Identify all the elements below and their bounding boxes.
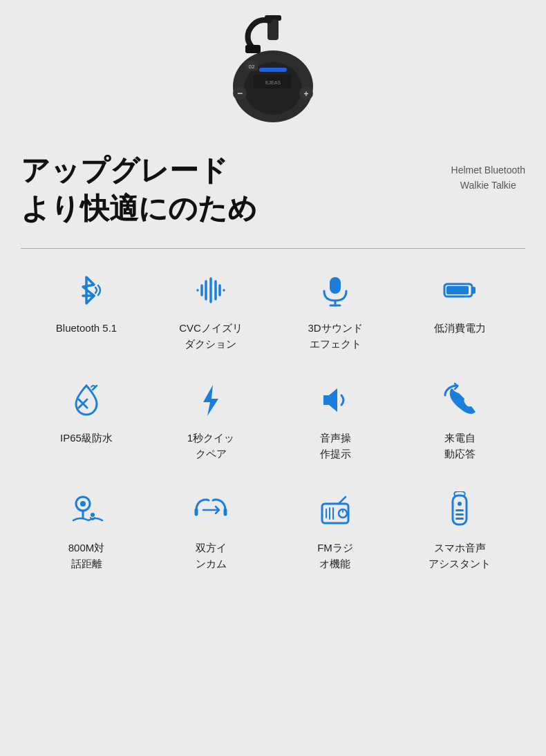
feature-noise-reduction: CVCノイズリ ダクション <box>152 270 270 352</box>
svg-rect-44 <box>455 513 464 516</box>
svg-point-31 <box>80 501 86 507</box>
svg-rect-45 <box>455 518 464 520</box>
feature-bluetooth: Bluetooth 5.1 <box>28 270 145 352</box>
svg-rect-13 <box>245 45 261 53</box>
phone-icon <box>435 379 484 421</box>
speaker-icon <box>311 379 359 421</box>
fm-radio-label: FMラジ オ機能 <box>317 540 353 571</box>
svg-point-42 <box>458 502 462 506</box>
intercom-icon <box>187 489 235 531</box>
bluetooth-label: Bluetooth 5.1 <box>56 321 117 337</box>
feature-3d-sound: 3Dサウンド エフェクト <box>276 270 394 352</box>
range-label: 800M対 話距離 <box>68 540 105 571</box>
low-power-label: 低消費電力 <box>434 321 486 337</box>
feature-fm-radio: FMラジ オ機能 <box>276 489 394 571</box>
microphone-icon <box>311 270 359 311</box>
3d-sound-label: 3Dサウンド エフェクト <box>308 321 362 352</box>
feature-auto-answer: 来電自 動応答 <box>401 379 518 462</box>
product-subtitle: Helmet Bluetooth Walkie Talkie <box>451 152 525 193</box>
voice-prompt-label: 音声操 作提示 <box>320 431 351 462</box>
bluetooth-icon <box>62 270 111 311</box>
lightning-icon <box>187 379 235 421</box>
intercom-label: 双方イ ンカム <box>196 540 227 571</box>
svg-point-32 <box>91 513 95 517</box>
header-section: アップグレード より快適にのため Helmet Bluetooth Walkie… <box>21 145 525 241</box>
location-icon <box>62 489 111 531</box>
svg-rect-43 <box>455 509 464 511</box>
voice-assistant-label: スマホ音声 アシスタント <box>429 540 491 571</box>
feature-low-power: 低消費電力 <box>401 270 518 352</box>
feature-waterproof: IP65級防水 <box>28 379 145 462</box>
svg-rect-26 <box>446 286 469 294</box>
noise-reduction-label: CVCノイズリ ダクション <box>179 321 243 352</box>
svg-rect-21 <box>330 277 341 294</box>
remote-icon <box>435 489 484 531</box>
main-title: アップグレード より快適にのため <box>21 152 257 227</box>
quick-pair-label: 1秒クイッ クペア <box>187 431 234 462</box>
feature-intercom: 双方イ ンカム <box>152 489 270 571</box>
product-image: EJEAS + − 02 <box>204 14 342 138</box>
svg-text:+: + <box>303 89 308 99</box>
feature-range: 800M対 話距離 <box>28 489 145 571</box>
soundwave-icon <box>187 270 235 311</box>
section-divider <box>21 248 525 249</box>
feature-voice-prompt: 音声操 作提示 <box>276 379 394 462</box>
radio-icon <box>311 489 359 531</box>
waterproof-icon <box>62 379 111 421</box>
svg-rect-25 <box>472 287 476 294</box>
waterproof-label: IP65級防水 <box>60 431 113 446</box>
product-image-area: EJEAS + − 02 <box>21 0 525 145</box>
svg-text:02: 02 <box>249 64 255 70</box>
page-wrapper: EJEAS + − 02 アップグレード より快適にのため <box>0 0 546 756</box>
svg-text:EJEAS: EJEAS <box>265 80 281 85</box>
svg-text:−: − <box>237 88 243 99</box>
auto-answer-label: 来電自 動応答 <box>444 431 476 462</box>
feature-quick-pair: 1秒クイッ クペア <box>152 379 270 462</box>
feature-voice-assistant: スマホ音声 アシスタント <box>401 489 518 571</box>
battery-icon <box>435 270 484 311</box>
features-grid: Bluetooth 5.1 CVCノイズリ ダクション <box>21 270 525 571</box>
svg-rect-6 <box>259 68 287 72</box>
